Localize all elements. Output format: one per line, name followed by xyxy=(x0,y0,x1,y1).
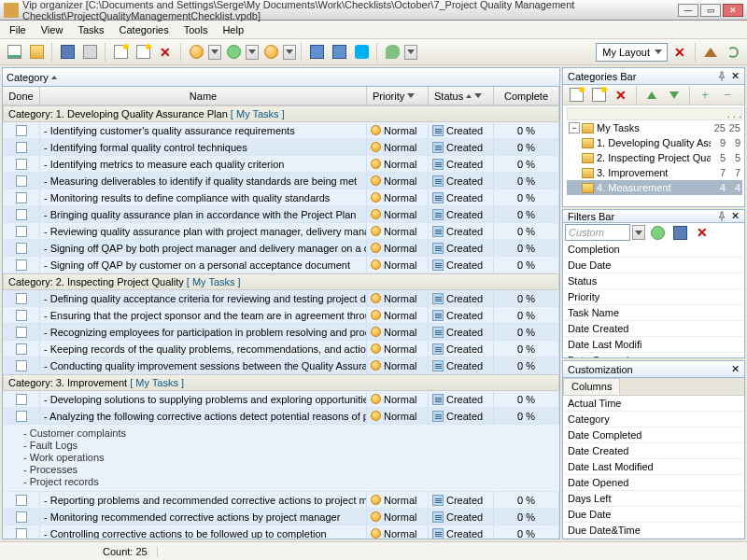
cat-collapse[interactable]: − xyxy=(717,85,738,105)
cell-done[interactable] xyxy=(3,257,40,273)
panel-close-icon[interactable]: ✕ xyxy=(731,70,740,82)
col-status[interactable]: Status xyxy=(429,87,494,105)
filter-dd-icon[interactable] xyxy=(474,93,482,98)
task-row[interactable]: - Recognizing employees for participatio… xyxy=(3,324,559,341)
task-row[interactable]: - Identifying formal quality control tec… xyxy=(3,139,559,156)
task-row[interactable]: - Identifying metrics to measure each qu… xyxy=(3,156,559,173)
customization-item[interactable]: Due Date&Time xyxy=(563,523,744,539)
tb-import[interactable] xyxy=(329,42,349,63)
cell-done[interactable] xyxy=(3,492,40,508)
tb-status-dd[interactable] xyxy=(246,45,259,60)
cell-done[interactable] xyxy=(3,189,40,205)
cat-edit[interactable] xyxy=(588,85,609,105)
filter-item[interactable]: Date Last Modifi xyxy=(563,337,744,353)
task-row[interactable]: - Ensuring that the project sponsor and … xyxy=(3,307,559,324)
task-row[interactable]: - Reviewing quality assurance plan with … xyxy=(3,223,559,240)
customization-item[interactable]: Date Opened xyxy=(563,475,744,491)
filter-item[interactable]: Priority xyxy=(563,289,744,305)
task-row[interactable]: - Monitoring results to define complianc… xyxy=(3,189,559,206)
checkbox-icon[interactable] xyxy=(16,528,27,539)
menu-tools[interactable]: Tools xyxy=(176,22,216,37)
checkbox-icon[interactable] xyxy=(16,343,27,355)
customization-item[interactable]: Date Last Modified xyxy=(563,459,744,475)
checkbox-icon[interactable] xyxy=(16,394,27,405)
panel-close-icon[interactable]: ✕ xyxy=(731,363,740,375)
tb-refresh[interactable] xyxy=(723,42,743,63)
pin-icon[interactable] xyxy=(716,211,727,222)
category-mytasks-link[interactable]: [ My Tasks ] xyxy=(127,377,184,388)
filter-save[interactable] xyxy=(669,222,690,243)
task-row[interactable]: - Reporting problems and recommended cor… xyxy=(3,492,559,509)
tb-msg-dd[interactable] xyxy=(404,45,417,60)
task-row[interactable]: - Signing off QAP by customer on a perso… xyxy=(3,257,559,273)
tb-home[interactable] xyxy=(700,42,721,63)
tb-new-task[interactable] xyxy=(110,42,131,63)
tb-export[interactable] xyxy=(306,42,327,63)
task-row[interactable]: - Identifying customer's quality assuran… xyxy=(3,122,559,139)
checkbox-icon[interactable] xyxy=(16,259,27,271)
checkbox-icon[interactable] xyxy=(16,226,27,237)
filter-dd-icon[interactable] xyxy=(407,93,415,98)
cell-done[interactable] xyxy=(3,341,40,357)
tree-item[interactable]: 3. Improvement77 xyxy=(567,165,742,180)
layout-dd[interactable] xyxy=(652,45,665,60)
customization-item[interactable]: Actual Time xyxy=(563,396,744,412)
task-row[interactable]: - Defining quality acceptance criteria f… xyxy=(3,290,559,307)
filter-item[interactable]: Task Name xyxy=(563,305,744,321)
maximize-button[interactable]: ▭ xyxy=(700,4,721,17)
tb-skype[interactable] xyxy=(351,42,372,63)
grid-body[interactable]: Category: 1. Developing Quality Assuranc… xyxy=(3,105,559,539)
checkbox-icon[interactable] xyxy=(16,327,27,338)
task-row[interactable]: - Analyzing the following corrective act… xyxy=(3,408,559,425)
task-row[interactable]: - Monitoring recommended corrective acti… xyxy=(3,509,559,525)
task-row[interactable]: - Controlling corrective actions to be f… xyxy=(3,525,559,539)
cell-done[interactable] xyxy=(3,122,40,138)
cat-delete[interactable]: ✕ xyxy=(611,85,631,105)
customization-item[interactable]: Days Left xyxy=(563,491,744,507)
checkbox-icon[interactable] xyxy=(16,142,27,153)
tree-toggle-icon[interactable]: − xyxy=(569,122,580,133)
task-row[interactable]: - Measuring deliverables to identify if … xyxy=(3,173,559,189)
tb-msg[interactable] xyxy=(382,42,402,63)
checkbox-icon[interactable] xyxy=(16,411,27,422)
filter-item[interactable]: Completion xyxy=(563,242,744,258)
cat-up[interactable] xyxy=(641,85,662,105)
task-row[interactable]: - Keeping records of the quality problem… xyxy=(3,341,559,357)
task-row[interactable]: - Developing solutions to supplying prob… xyxy=(3,391,559,408)
cell-done[interactable] xyxy=(3,223,40,239)
filter-combo-dd[interactable] xyxy=(632,225,645,240)
cell-done[interactable] xyxy=(3,290,40,306)
cell-done[interactable] xyxy=(3,391,40,407)
tb-new-db[interactable] xyxy=(4,42,24,63)
cell-done[interactable] xyxy=(3,509,40,525)
customization-item[interactable]: Category xyxy=(563,412,744,427)
filter-item[interactable]: Status xyxy=(563,273,744,289)
minimize-button[interactable]: — xyxy=(678,4,698,17)
filter-delete[interactable]: ✕ xyxy=(692,222,712,243)
col-complete[interactable]: Complete xyxy=(494,87,559,105)
tb-save[interactable] xyxy=(57,42,78,63)
tree-item[interactable]: 4. Measurement44 xyxy=(567,180,742,195)
tree-item[interactable]: 2. Inspecting Project Quality55 xyxy=(567,150,742,165)
checkbox-icon[interactable] xyxy=(16,243,27,254)
cat-down[interactable] xyxy=(664,85,684,105)
cat-new[interactable] xyxy=(566,85,586,105)
task-row[interactable]: - Bringing quality assurance plan in acc… xyxy=(3,206,559,223)
tb-complete-dd[interactable] xyxy=(283,45,296,60)
tb-priority-dd[interactable] xyxy=(208,45,221,60)
cell-done[interactable] xyxy=(3,307,40,323)
tb-priority[interactable] xyxy=(186,42,206,63)
checkbox-icon[interactable] xyxy=(16,511,27,523)
task-row[interactable]: - Signing off QAP by both project manage… xyxy=(3,240,559,257)
checkbox-icon[interactable] xyxy=(16,125,27,136)
category-mytasks-link[interactable]: [ My Tasks ] xyxy=(184,276,241,287)
category-row[interactable]: Category: 3. Improvement [ My Tasks ] xyxy=(3,374,559,391)
menu-categories[interactable]: Categories xyxy=(112,22,176,37)
menu-file[interactable]: File xyxy=(2,22,34,37)
checkbox-icon[interactable] xyxy=(16,192,27,203)
tb-print[interactable] xyxy=(79,42,100,63)
checkbox-icon[interactable] xyxy=(16,495,27,506)
pin-icon[interactable] xyxy=(716,71,727,82)
category-mytasks-link[interactable]: [ My Tasks ] xyxy=(228,108,285,119)
filter-apply[interactable] xyxy=(647,222,668,243)
